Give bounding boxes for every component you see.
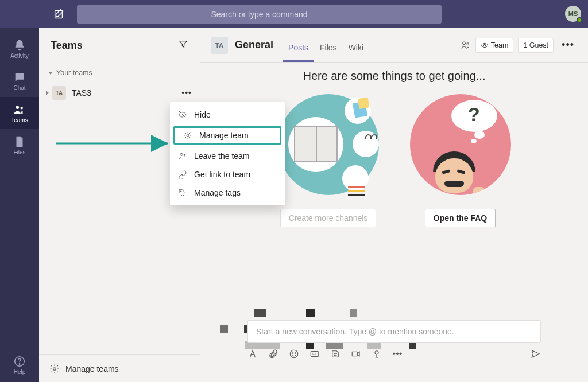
- svg-rect-16: [352, 352, 357, 356]
- menu-label: Manage team: [199, 131, 249, 140]
- team-more-icon[interactable]: •••: [181, 88, 192, 98]
- rail-activity[interactable]: Activity: [0, 33, 39, 65]
- format-icon[interactable]: [247, 349, 258, 359]
- svg-point-11: [295, 353, 296, 354]
- rail-help[interactable]: Help: [0, 349, 39, 381]
- rail-label: Activity: [10, 53, 29, 59]
- team-context-menu: Hide Manage team Leave the team Get link…: [170, 102, 285, 205]
- menu-manage-team[interactable]: Manage team: [173, 126, 281, 145]
- svg-point-7: [467, 42, 469, 45]
- team-row[interactable]: TA TAS3 •••: [39, 81, 200, 104]
- svg-point-8: [483, 44, 486, 46]
- title-bar: Search or type a command MS: [0, 0, 588, 28]
- rail-label: Chat: [13, 85, 25, 91]
- svg-point-10: [292, 353, 293, 354]
- menu-label: Get link to team: [194, 170, 250, 179]
- menu-manage-tags[interactable]: Manage tags: [170, 184, 285, 202]
- rail-label: Help: [14, 369, 26, 375]
- create-channels-button[interactable]: Create more channels: [280, 209, 377, 227]
- svg-text:GIF: GIF: [312, 352, 318, 356]
- menu-hide[interactable]: Hide: [170, 106, 285, 124]
- presence-indicator: [577, 17, 582, 23]
- channel-more-icon[interactable]: •••: [558, 39, 578, 51]
- svg-point-15: [336, 353, 337, 354]
- new-message-icon[interactable]: [53, 8, 65, 21]
- sticker-icon[interactable]: [330, 349, 341, 359]
- svg-point-20: [180, 191, 181, 192]
- app-rail: Activity Chat Teams Files Help: [0, 28, 39, 382]
- svg-point-17: [375, 351, 378, 354]
- menu-label: Manage tags: [194, 188, 241, 197]
- section-label: Your teams: [56, 69, 92, 77]
- svg-point-4: [19, 363, 20, 364]
- svg-point-9: [290, 350, 298, 358]
- tile-create-channels: Create more channels: [277, 94, 380, 227]
- welcome-headline: Here are some things to get going...: [200, 69, 588, 83]
- channel-avatar: TA: [211, 37, 228, 54]
- team-avatar: TA: [52, 86, 66, 100]
- manage-teams-label: Manage teams: [65, 364, 119, 373]
- channel-tabs: Posts Files Wiki: [283, 28, 369, 62]
- svg-point-5: [53, 367, 56, 370]
- org-chart-icon[interactable]: [461, 40, 471, 50]
- attach-icon[interactable]: [268, 349, 278, 359]
- stream-icon[interactable]: [372, 349, 382, 359]
- rail-label: Files: [13, 149, 25, 155]
- filter-icon[interactable]: [178, 39, 188, 52]
- compose-input[interactable]: Start a new conversation. Type @ to ment…: [247, 320, 541, 343]
- tile-illustration: [410, 94, 511, 195]
- svg-point-2: [20, 107, 22, 109]
- rail-chat[interactable]: Chat: [0, 65, 39, 97]
- svg-point-6: [462, 42, 465, 45]
- privacy-label: Team: [491, 41, 509, 49]
- open-faq-button[interactable]: Open the FAQ: [425, 209, 496, 227]
- gif-icon[interactable]: GIF: [310, 349, 320, 359]
- tab-wiki[interactable]: Wiki: [343, 43, 369, 62]
- menu-label: Hide: [194, 110, 211, 119]
- menu-label: Leave the team: [194, 151, 250, 161]
- rail-label: Teams: [11, 117, 28, 123]
- compose-toolbar: GIF •••: [247, 349, 541, 359]
- tab-posts[interactable]: Posts: [283, 43, 314, 62]
- emoji-icon[interactable]: [289, 349, 299, 359]
- privacy-pill[interactable]: Team: [475, 38, 514, 53]
- teams-panel-header: Teams: [39, 28, 200, 63]
- tile-open-faq: Open the FAQ: [409, 94, 512, 227]
- channel-name: General: [235, 39, 273, 51]
- svg-point-1: [16, 106, 19, 109]
- search-input[interactable]: Search or type a command: [77, 5, 442, 24]
- guest-pill[interactable]: 1 Guest: [518, 38, 554, 53]
- menu-get-link[interactable]: Get link to team: [170, 165, 285, 184]
- rail-files[interactable]: Files: [0, 129, 39, 161]
- channel-header: TA General Posts Files Wiki Team 1 Guest…: [200, 28, 588, 63]
- tile-illustration: [278, 94, 379, 195]
- send-icon[interactable]: [531, 349, 541, 359]
- compose-more-icon[interactable]: •••: [392, 349, 403, 359]
- annotation-arrow: [56, 127, 176, 159]
- compose-area: Start a new conversation. Type @ to ment…: [247, 320, 541, 359]
- svg-point-18: [187, 134, 189, 137]
- teams-title: Teams: [51, 40, 178, 52]
- chevron-right-icon: [46, 91, 49, 95]
- team-name: TAS3: [72, 88, 181, 98]
- manage-teams-link[interactable]: Manage teams: [39, 354, 200, 382]
- menu-leave-team[interactable]: Leave the team: [170, 147, 285, 165]
- rail-teams[interactable]: Teams: [0, 97, 39, 129]
- chevron-down-icon: [48, 72, 53, 75]
- meet-icon[interactable]: [351, 349, 361, 359]
- your-teams-section[interactable]: Your teams: [39, 63, 200, 81]
- tab-files[interactable]: Files: [314, 43, 343, 62]
- svg-point-14: [334, 353, 335, 354]
- guest-label: 1 Guest: [523, 41, 548, 49]
